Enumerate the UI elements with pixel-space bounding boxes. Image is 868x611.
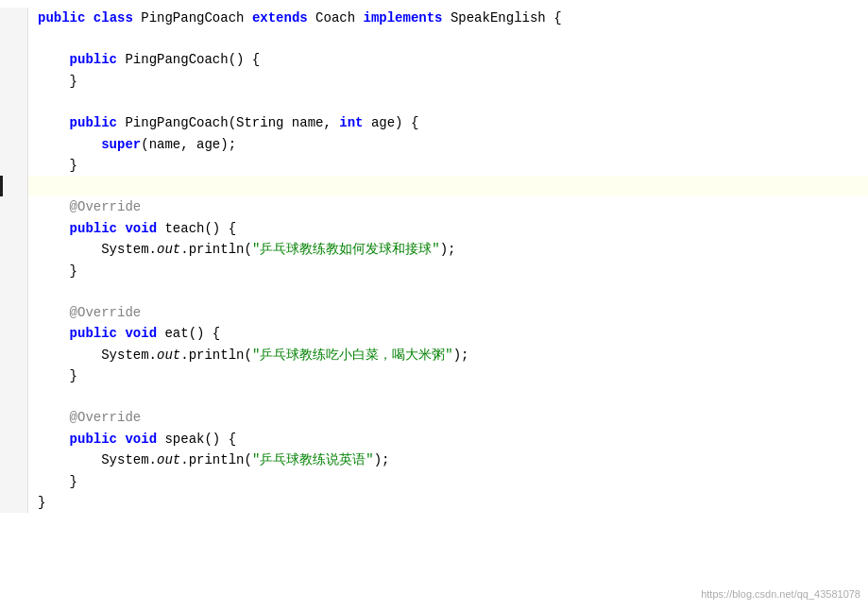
line-gutter	[0, 71, 28, 92]
line: }	[0, 71, 868, 92]
line-code[interactable]: public void teach() {	[28, 218, 868, 239]
token-normal: .println(	[180, 345, 252, 365]
token-kw-public: public	[70, 429, 117, 450]
token-normal: System.	[38, 450, 157, 470]
line-gutter	[0, 323, 28, 344]
line-code[interactable]: }	[28, 492, 868, 513]
token-normal: speak() {	[157, 429, 236, 450]
line: public void speak() {	[0, 429, 868, 450]
line: public PingPangCoach(String name, int ag…	[0, 112, 868, 133]
token-normal	[157, 218, 164, 239]
line-gutter	[0, 407, 28, 428]
line-code[interactable]	[28, 176, 868, 196]
line-gutter	[0, 386, 28, 407]
line: @Override	[0, 196, 868, 217]
token-normal	[117, 323, 125, 344]
token-normal: }	[38, 71, 77, 92]
line-gutter	[0, 112, 28, 133]
line-gutter	[0, 49, 28, 70]
token-kw-void: void	[125, 218, 157, 239]
token-kw-super: super	[101, 134, 141, 155]
line	[0, 92, 868, 112]
token-normal: teach() {	[164, 218, 236, 239]
token-string-green: "乒乓球教练说英语"	[252, 450, 374, 470]
line-gutter	[0, 218, 28, 239]
line: }	[0, 492, 868, 513]
line-gutter	[0, 134, 28, 155]
line: System.out.println("乒乓球教练说英语");	[0, 450, 868, 470]
code-content: public class PingPangCoach extends Coach…	[0, 0, 868, 520]
token-normal: }	[38, 471, 77, 492]
line-code[interactable]: @Override	[28, 196, 868, 217]
line-gutter	[0, 176, 28, 196]
line-gutter	[0, 196, 28, 217]
line: }	[0, 471, 868, 492]
line	[0, 386, 868, 407]
line: public void eat() {	[0, 323, 868, 344]
line-code[interactable]	[28, 92, 868, 112]
token-normal: }	[38, 365, 77, 386]
token-kw-public: public	[70, 49, 117, 70]
token-annotation: @Override	[38, 407, 141, 428]
line-code[interactable]: System.out.println("乒乓球教练吃小白菜，喝大米粥");	[28, 345, 868, 365]
line-code[interactable]: @Override	[28, 302, 868, 323]
token-normal: age) {	[364, 112, 419, 133]
line-gutter	[0, 345, 28, 365]
line-code[interactable]: }	[28, 71, 868, 92]
line-code[interactable]: }	[28, 261, 868, 281]
line-code[interactable]	[28, 281, 868, 302]
line-code[interactable]: System.out.println("乒乓球教练说英语");	[28, 450, 868, 470]
line: System.out.println("乒乓球教练教如何发球和接球");	[0, 239, 868, 260]
token-kw-implements: implements	[364, 8, 443, 28]
token-normal	[38, 49, 70, 70]
token-kw-public: public	[70, 218, 117, 239]
line-code[interactable]: public void speak() {	[28, 429, 868, 450]
line-code[interactable]	[28, 386, 868, 407]
token-normal: System.	[38, 345, 157, 365]
token-normal	[38, 134, 101, 155]
line-code[interactable]: public void eat() {	[28, 323, 868, 344]
token-kw-extends: extends	[252, 8, 308, 28]
line-gutter	[0, 92, 28, 112]
line-code[interactable]: public PingPangCoach(String name, int ag…	[28, 112, 868, 133]
line: @Override	[0, 302, 868, 323]
line: }	[0, 155, 868, 176]
token-normal: Coach	[308, 8, 364, 28]
line	[0, 176, 868, 196]
line	[0, 28, 868, 49]
line-code[interactable]: }	[28, 365, 868, 386]
line-gutter	[0, 281, 28, 302]
line-code[interactable]	[28, 28, 868, 49]
token-normal: );	[374, 450, 390, 470]
line-gutter	[0, 471, 28, 492]
line-gutter	[0, 8, 28, 28]
token-normal: PingPangCoach(String name,	[117, 112, 339, 133]
token-normal: (name, age);	[141, 134, 236, 155]
token-kw-void: void	[125, 429, 157, 450]
line-code[interactable]: public PingPangCoach() {	[28, 49, 868, 70]
token-normal	[117, 429, 125, 450]
code-editor: public class PingPangCoach extends Coach…	[0, 0, 868, 611]
line-code[interactable]: }	[28, 155, 868, 176]
token-normal	[85, 8, 93, 28]
line: }	[0, 365, 868, 386]
line: }	[0, 261, 868, 281]
line-code[interactable]: }	[28, 471, 868, 492]
line-gutter	[0, 302, 28, 323]
line: System.out.println("乒乓球教练吃小白菜，喝大米粥");	[0, 345, 868, 365]
token-out-italic: out	[157, 450, 180, 470]
line: public class PingPangCoach extends Coach…	[0, 8, 868, 28]
token-normal: .println(	[180, 450, 252, 470]
token-normal	[38, 218, 70, 239]
line-gutter	[0, 450, 28, 470]
line-gutter	[0, 239, 28, 260]
token-normal: }	[38, 492, 45, 513]
line-code[interactable]: @Override	[28, 407, 868, 428]
line: public void teach() {	[0, 218, 868, 239]
token-out-italic: out	[157, 345, 180, 365]
token-string-green: "乒乓球教练吃小白菜，喝大米粥"	[252, 345, 453, 365]
line-code[interactable]: super(name, age);	[28, 134, 868, 155]
line-code[interactable]: public class PingPangCoach extends Coach…	[28, 8, 868, 28]
line-code[interactable]: System.out.println("乒乓球教练教如何发球和接球");	[28, 239, 868, 260]
line: super(name, age);	[0, 134, 868, 155]
